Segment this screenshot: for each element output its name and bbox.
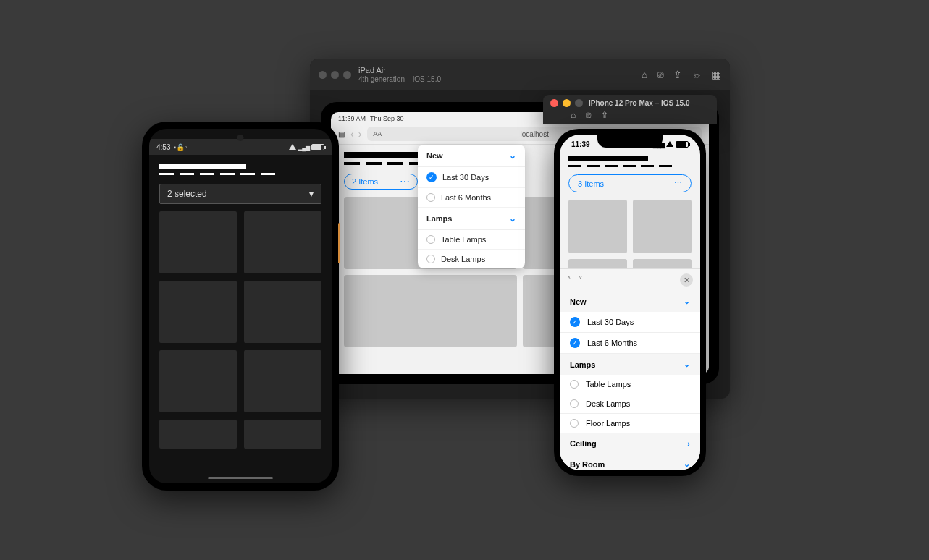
- filter-badge-label: 2 Items: [352, 177, 378, 186]
- share-icon[interactable]: [601, 110, 608, 120]
- ipad-sim-subtitle: 4th generation – iOS 15.0: [358, 75, 441, 83]
- iphone-sim-titlebar: iPhone 12 Pro Max – iOS 15.0: [543, 95, 717, 124]
- section-title: New: [570, 297, 587, 306]
- filter-badge[interactable]: 2 Items ⋯: [344, 174, 418, 190]
- more-icon[interactable]: ⋯: [674, 179, 682, 188]
- android-statusbar: 4:53 ▪ 🔒 ▫: [149, 139, 332, 155]
- status-date: Thu Sep 30: [370, 115, 404, 122]
- radio-checked-icon: [570, 317, 580, 327]
- product-grid: [568, 200, 692, 273]
- popover-option-label: Table Lamps: [441, 235, 486, 244]
- filter-badge[interactable]: 3 Items ⋯: [568, 174, 692, 192]
- product-tile[interactable]: [159, 211, 237, 273]
- page-title-skeleton: [159, 164, 246, 169]
- filter-select[interactable]: 2 selected ▾: [159, 184, 321, 204]
- popover-option[interactable]: Last 6 Months: [418, 188, 525, 208]
- sheet-option[interactable]: Last 30 Days: [560, 312, 700, 333]
- product-tile[interactable]: [633, 200, 692, 253]
- iphone-device-bezel: 11:39 3 Items ⋯: [554, 129, 706, 476]
- popover-section-title: New: [426, 151, 443, 160]
- filter-bottom-sheet: ˄ ˅ ✕ New ⌄ Last 30 Days Last 6 Months: [560, 268, 700, 470]
- section-title: Ceiling: [570, 439, 597, 448]
- product-tile[interactable]: [244, 281, 321, 343]
- product-tile[interactable]: [344, 275, 517, 347]
- chevron-down-icon: ⌄: [684, 360, 690, 369]
- iphone-screen: 11:39 3 Items ⋯: [560, 135, 700, 470]
- sheet-option[interactable]: Last 6 Months: [560, 333, 700, 354]
- appearance-icon[interactable]: [692, 69, 702, 80]
- android-screen: 4:53 ▪ 🔒 ▫ 2 selected ▾: [149, 129, 332, 483]
- iphone-sim-title: iPhone 12 Pro Max – iOS 15.0: [589, 99, 690, 107]
- popover-option-label: Last 30 Days: [442, 173, 489, 182]
- layout-icon[interactable]: [712, 69, 721, 80]
- traffic-close-icon[interactable]: [550, 99, 558, 107]
- sheet-option[interactable]: Table Lamps: [560, 375, 700, 394]
- close-icon[interactable]: ✕: [680, 273, 693, 287]
- traffic-lights[interactable]: [319, 71, 351, 79]
- chevron-down-icon: ⌄: [684, 297, 690, 306]
- chevron-down-icon[interactable]: ˅: [579, 276, 583, 285]
- safari-sidebar-icon[interactable]: [338, 130, 345, 138]
- traffic-zoom-icon[interactable]: [343, 71, 351, 79]
- product-tile[interactable]: [159, 281, 237, 343]
- product-tile[interactable]: [244, 211, 321, 273]
- popover-section-header[interactable]: Lamps ⌄: [418, 208, 525, 230]
- tabs-skeleton: [159, 173, 321, 175]
- traffic-zoom-icon[interactable]: [575, 99, 583, 107]
- home-icon[interactable]: [642, 69, 647, 80]
- android-nav-handle[interactable]: [208, 477, 273, 479]
- popover-option[interactable]: Last 30 Days: [418, 167, 525, 188]
- traffic-lights[interactable]: [550, 99, 583, 107]
- safari-forward-icon[interactable]: [358, 128, 362, 140]
- popover-option-label: Last 6 Months: [441, 193, 491, 202]
- home-icon[interactable]: [571, 110, 576, 120]
- popover-section-title: Lamps: [426, 214, 452, 223]
- select-label: 2 selected: [167, 189, 207, 199]
- status-time: 11:39 AM: [338, 115, 366, 122]
- product-tile[interactable]: [568, 200, 627, 253]
- chevron-down-icon: ▾: [309, 189, 314, 199]
- wifi-icon: [666, 140, 673, 148]
- share-icon[interactable]: [673, 69, 682, 80]
- product-tile[interactable]: [244, 350, 321, 412]
- sheet-section-header[interactable]: By Room ⌄: [560, 454, 700, 470]
- screenshot-icon[interactable]: [657, 69, 663, 80]
- radio-empty-icon: [570, 399, 579, 408]
- popover-option[interactable]: Table Lamps: [418, 230, 525, 250]
- sheet-section-header[interactable]: Lamps ⌄: [560, 354, 700, 375]
- iphone-notch: [597, 135, 663, 148]
- page-title-skeleton: [568, 156, 648, 161]
- safari-aa-label[interactable]: AA: [373, 130, 382, 137]
- popover-section-header[interactable]: New ⌄: [418, 145, 525, 167]
- sheet-option[interactable]: Floor Lamps: [560, 414, 700, 433]
- power-button: [338, 223, 340, 263]
- screenshot-icon[interactable]: [586, 110, 591, 120]
- product-tile[interactable]: [244, 420, 321, 449]
- radio-empty-icon: [426, 255, 435, 263]
- status-time: 11:39: [571, 140, 590, 148]
- filter-popover: New ⌄ Last 30 Days Last 6 Months Lamps ⌄: [418, 145, 525, 268]
- traffic-minimize-icon[interactable]: [331, 71, 339, 79]
- popover-option[interactable]: Desk Lamps: [418, 250, 525, 268]
- sheet-section-header[interactable]: New ⌄: [560, 291, 700, 312]
- tabs-skeleton: [568, 165, 692, 167]
- product-tile[interactable]: [159, 350, 237, 412]
- sheet-section-header[interactable]: Ceiling ›: [560, 433, 700, 454]
- sheet-option-label: Last 30 Days: [587, 318, 634, 326]
- iphone-simulator-window: iPhone 12 Pro Max – iOS 15.0 11:39: [543, 95, 717, 476]
- chevron-down-icon: ⌄: [509, 213, 516, 224]
- sheet-option[interactable]: Desk Lamps: [560, 394, 700, 414]
- chevron-up-icon[interactable]: ˄: [567, 276, 571, 285]
- ipad-sim-titlebar: iPad Air 4th generation – iOS 15.0: [310, 59, 730, 90]
- traffic-minimize-icon[interactable]: [563, 99, 571, 107]
- battery-icon: [311, 144, 324, 150]
- section-title: By Room: [570, 460, 605, 469]
- chevron-down-icon: ⌄: [509, 150, 516, 161]
- product-tile[interactable]: [159, 420, 237, 449]
- wifi-icon: [289, 143, 296, 151]
- radio-empty-icon: [426, 193, 435, 202]
- safari-back-icon[interactable]: [350, 128, 354, 140]
- traffic-close-icon[interactable]: [319, 71, 327, 79]
- filter-badge-label: 3 Items: [578, 179, 604, 188]
- product-grid: [159, 211, 321, 449]
